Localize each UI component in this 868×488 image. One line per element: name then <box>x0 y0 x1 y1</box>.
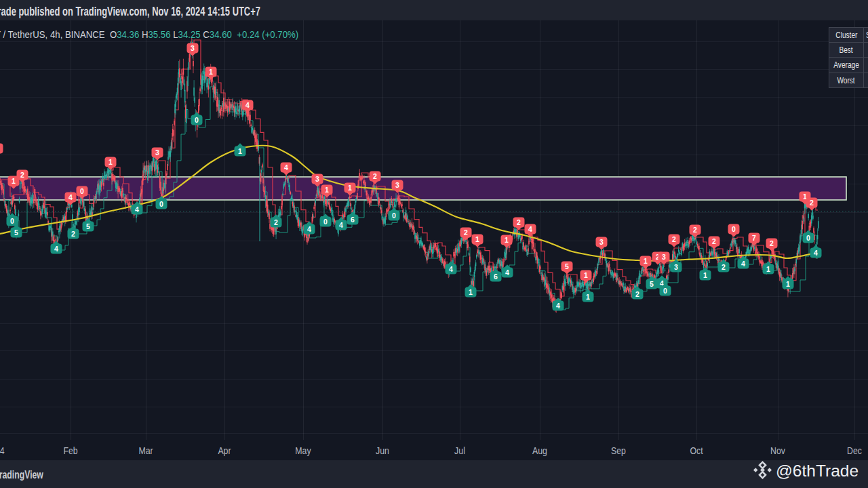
svg-text:1: 1 <box>12 177 16 185</box>
svg-text:4: 4 <box>339 221 343 229</box>
svg-text:2: 2 <box>373 172 377 180</box>
svg-text:6: 6 <box>494 272 498 281</box>
svg-text:4: 4 <box>245 101 250 109</box>
svg-text:0: 0 <box>80 187 84 195</box>
svg-text:4: 4 <box>449 265 453 273</box>
svg-text:2: 2 <box>274 218 278 226</box>
svg-text:0: 0 <box>392 211 396 220</box>
svg-text:3: 3 <box>599 238 604 246</box>
svg-text:0: 0 <box>663 287 667 295</box>
svg-text:2: 2 <box>693 226 697 234</box>
svg-text:1: 1 <box>644 257 648 265</box>
svg-text:3: 3 <box>395 181 399 189</box>
svg-text:5: 5 <box>86 222 90 230</box>
svg-text:4: 4 <box>54 245 58 253</box>
svg-text:0: 0 <box>10 217 14 225</box>
svg-text:1: 1 <box>703 271 707 279</box>
svg-text:4: 4 <box>68 193 73 201</box>
svg-text:2: 2 <box>810 199 814 207</box>
svg-text:4: 4 <box>814 249 818 257</box>
svg-text:1: 1 <box>586 293 590 301</box>
svg-text:3: 3 <box>674 263 678 271</box>
svg-text:3: 3 <box>662 253 666 261</box>
svg-text:2: 2 <box>71 230 75 238</box>
svg-text:7: 7 <box>752 234 756 242</box>
svg-text:4: 4 <box>741 260 745 268</box>
svg-text:5: 5 <box>565 262 569 270</box>
svg-text:5: 5 <box>650 280 654 288</box>
svg-text:2: 2 <box>712 237 716 245</box>
svg-text:1: 1 <box>475 235 479 243</box>
svg-text:0: 0 <box>732 225 736 233</box>
svg-text:3: 3 <box>155 148 159 157</box>
svg-text:0: 0 <box>195 116 199 124</box>
svg-text:4: 4 <box>307 225 311 233</box>
svg-text:1: 1 <box>766 265 770 273</box>
svg-text:4: 4 <box>505 268 509 277</box>
svg-text:0: 0 <box>323 218 328 226</box>
svg-text:2: 2 <box>464 228 468 237</box>
svg-text:2: 2 <box>672 235 676 243</box>
svg-text:4: 4 <box>135 205 139 214</box>
svg-text:1: 1 <box>209 68 213 76</box>
svg-text:2: 2 <box>722 263 726 271</box>
svg-text:2: 2 <box>635 290 639 298</box>
svg-text:1: 1 <box>238 147 242 155</box>
svg-text:2: 2 <box>517 218 521 226</box>
svg-text:5: 5 <box>14 228 18 237</box>
svg-text:4: 4 <box>284 163 288 171</box>
svg-text:0: 0 <box>159 200 163 208</box>
svg-text:2: 2 <box>20 171 24 179</box>
svg-text:2: 2 <box>770 239 774 247</box>
svg-text:1: 1 <box>469 288 473 296</box>
svg-text:4: 4 <box>528 225 532 233</box>
svg-text:1: 1 <box>348 184 352 192</box>
svg-text:1: 1 <box>786 280 790 288</box>
svg-text:4: 4 <box>556 302 560 310</box>
svg-text:0: 0 <box>806 234 810 242</box>
svg-text:6: 6 <box>351 216 355 224</box>
svg-text:1: 1 <box>584 271 588 279</box>
svg-text:1: 1 <box>108 158 113 166</box>
svg-text:3: 3 <box>191 44 195 52</box>
svg-text:1: 1 <box>505 236 509 244</box>
svg-text:1: 1 <box>325 186 329 194</box>
svg-text:3: 3 <box>315 175 319 183</box>
